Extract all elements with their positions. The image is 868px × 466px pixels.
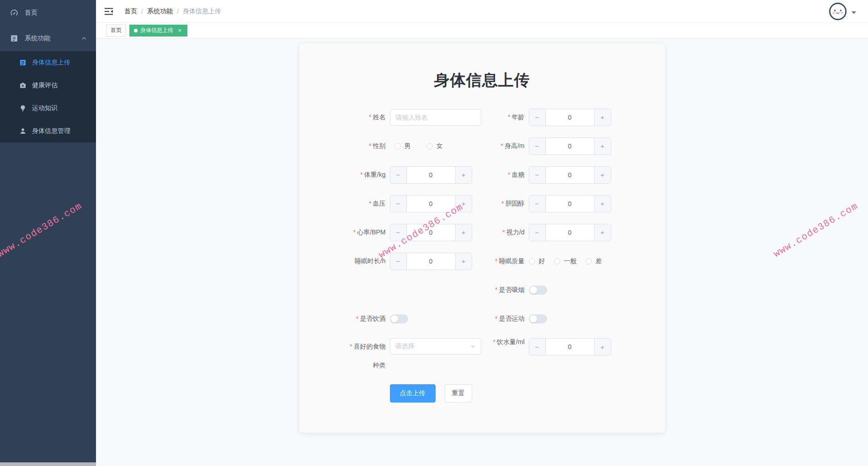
required-asterisk: * — [508, 113, 510, 121]
increase-button[interactable]: + — [594, 339, 611, 355]
radio-male[interactable]: 男 — [394, 142, 411, 150]
close-icon[interactable]: × — [176, 27, 183, 34]
breadcrumb-item-home[interactable]: 首页 — [124, 7, 137, 16]
age-stepper[interactable]: − 0 + — [529, 109, 611, 126]
decrease-button[interactable]: − — [529, 138, 546, 154]
decrease-button[interactable]: − — [529, 339, 546, 355]
increase-button[interactable]: + — [594, 138, 611, 154]
breadcrumb-item-system[interactable]: 系统功能 — [147, 7, 173, 16]
sidebar-item-system[interactable]: 系统功能 — [0, 26, 96, 51]
stepper-value[interactable]: 0 — [546, 196, 594, 212]
decrease-button[interactable]: − — [390, 167, 407, 183]
field-label: *血糖 — [482, 171, 529, 179]
sidebar-item-label: 运动知识 — [32, 104, 58, 112]
required-asterisk: * — [369, 142, 371, 149]
blood-pressure-stepper[interactable]: − 0 + — [390, 195, 472, 212]
sidebar-item-health-assessment[interactable]: 健康评估 — [0, 74, 96, 97]
blood-sugar-stepper[interactable]: − 0 + — [529, 166, 611, 184]
content-area: 身体信息上传 *姓名 *年龄 − 0 + — [96, 39, 868, 466]
height-stepper[interactable]: − 0 + — [529, 138, 611, 155]
increase-button[interactable]: + — [594, 224, 611, 241]
stepper-value[interactable]: 0 — [546, 138, 594, 154]
sidebar-item-label: 系统功能 — [25, 34, 50, 42]
weight-stepper[interactable]: − 0 + — [390, 166, 472, 184]
increase-button[interactable]: + — [594, 167, 611, 183]
cholesterol-stepper[interactable]: − 0 + — [529, 195, 611, 212]
drink-toggle[interactable] — [390, 314, 408, 323]
water-stepper[interactable]: − 0 + — [529, 338, 611, 355]
radio-circle — [586, 258, 592, 265]
field-label: *姓名 — [325, 113, 390, 122]
tags-view-bar: 首页 身体信息上传 × — [96, 23, 868, 38]
chevron-down-icon — [470, 344, 476, 349]
heart-rate-stepper[interactable]: − 0 + — [390, 224, 472, 241]
sidebar-submenu: 身体信息上传 健康评估 运动知识 身体信息管理 — [0, 51, 96, 143]
avatar[interactable] — [828, 1, 848, 21]
tag-body-info-upload[interactable]: 身体信息上传 × — [129, 25, 187, 37]
smoke-toggle[interactable] — [529, 286, 547, 295]
breadcrumb-item-current: 身体信息上传 — [183, 7, 221, 16]
breadcrumb: 首页 / 系统功能 / 身体信息上传 — [124, 7, 221, 16]
radio-circle — [426, 143, 433, 149]
decrease-button[interactable]: − — [529, 224, 546, 241]
field-label: *喜好的食物 种类 — [325, 338, 390, 370]
food-select[interactable]: 请选择 — [390, 338, 481, 355]
user-menu[interactable] — [828, 0, 856, 23]
name-input[interactable] — [390, 109, 481, 126]
decrease-button[interactable]: − — [390, 196, 407, 212]
body-info-form: *姓名 *年龄 − 0 + *性别 — [299, 103, 665, 402]
decrease-button[interactable]: − — [390, 253, 407, 270]
horizontal-scrollbar[interactable] — [0, 462, 96, 466]
radio-normal[interactable]: 一般 — [554, 257, 577, 265]
stepper-value[interactable]: 0 — [546, 167, 594, 183]
stepper-value[interactable]: 0 — [546, 339, 594, 355]
field-label: *胆固醇 — [482, 200, 529, 208]
sidebar-item-label: 身体信息管理 — [32, 127, 70, 135]
stepper-value[interactable]: 0 — [407, 196, 455, 212]
sleep-duration-stepper[interactable]: − 0 + — [390, 253, 472, 270]
stepper-value[interactable]: 0 — [407, 253, 455, 270]
field-label: *性别 — [325, 142, 390, 150]
increase-button[interactable]: + — [455, 196, 472, 212]
reset-button[interactable]: 重置 — [445, 384, 472, 402]
increase-button[interactable]: + — [594, 109, 611, 126]
increase-button[interactable]: + — [594, 196, 611, 212]
sidebar-item-body-info-upload[interactable]: 身体信息上传 — [0, 51, 96, 74]
page-title: 身体信息上传 — [299, 43, 665, 92]
sidebar-item-home[interactable]: 首页 — [0, 0, 96, 26]
field-label: *血压 — [325, 199, 390, 208]
vision-stepper[interactable]: − 0 + — [529, 224, 611, 241]
decrease-button[interactable]: − — [390, 224, 407, 241]
radio-bad[interactable]: 差 — [586, 257, 602, 265]
decrease-button[interactable]: − — [529, 196, 546, 212]
sidebar-fold-icon[interactable] — [104, 7, 113, 16]
form-icon — [10, 34, 18, 42]
form-actions: 点击上传 重置 — [299, 384, 665, 402]
sidebar-item-body-info-manage[interactable]: 身体信息管理 — [0, 120, 96, 143]
sidebar-item-exercise-knowledge[interactable]: 运动知识 — [0, 97, 96, 120]
stepper-value[interactable]: 0 — [407, 167, 455, 183]
exercise-toggle[interactable] — [529, 314, 547, 323]
stepper-value[interactable]: 0 — [546, 224, 594, 241]
form-row: *体重/kg − 0 + *血糖 − 0 + — [299, 160, 665, 189]
decrease-button[interactable]: − — [529, 109, 546, 126]
caret-down-icon — [852, 11, 856, 14]
tag-home[interactable]: 首页 — [106, 25, 126, 37]
required-asterisk: * — [495, 286, 497, 293]
field-label: *是否饮酒 — [325, 314, 390, 323]
increase-button[interactable]: + — [455, 253, 472, 270]
increase-button[interactable]: + — [455, 167, 472, 183]
stepper-value[interactable]: 0 — [546, 109, 594, 126]
decrease-button[interactable]: − — [529, 167, 546, 183]
required-asterisk: * — [369, 200, 371, 207]
form-icon — [19, 59, 27, 66]
required-asterisk: * — [350, 343, 352, 350]
radio-female[interactable]: 女 — [426, 142, 443, 150]
upload-button[interactable]: 点击上传 — [390, 384, 436, 402]
radio-good[interactable]: 好 — [529, 257, 545, 265]
required-asterisk: * — [495, 315, 497, 322]
select-placeholder: 请选择 — [395, 342, 415, 350]
increase-button[interactable]: + — [455, 224, 472, 241]
stepper-value[interactable]: 0 — [407, 224, 455, 241]
form-row: *是否吸烟 — [299, 275, 665, 304]
